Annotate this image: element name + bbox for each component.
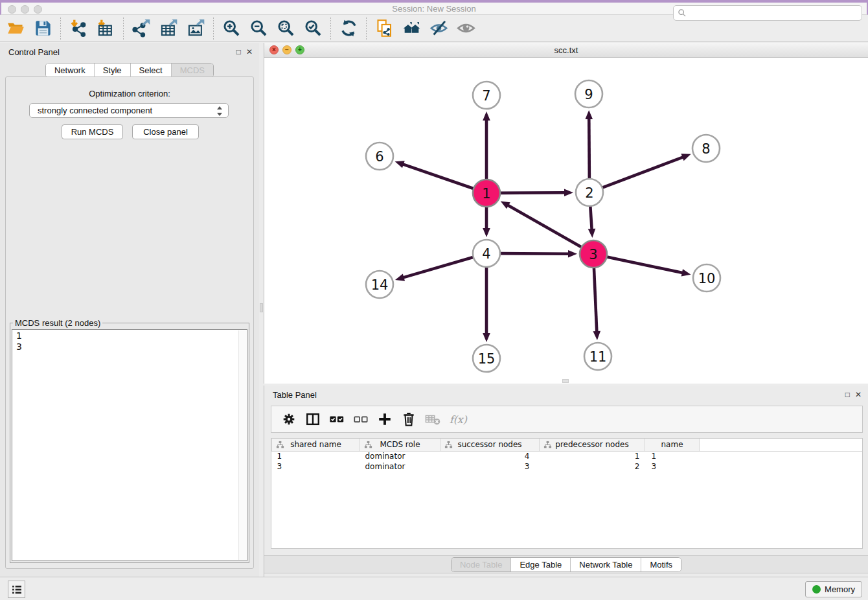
- graph-node-label-1: 1: [482, 186, 490, 202]
- graph-edge-arrow: [483, 111, 490, 121]
- float-panel-icon[interactable]: □: [236, 47, 241, 56]
- column-header-name[interactable]: name: [645, 439, 700, 451]
- zoom-selected-icon[interactable]: [300, 17, 326, 40]
- tab-network[interactable]: Network: [46, 63, 94, 77]
- tab-style[interactable]: Style: [94, 63, 130, 77]
- table-cell[interactable]: 1: [272, 451, 360, 461]
- task-history-button[interactable]: [8, 581, 25, 598]
- column-tree-icon: [364, 441, 372, 449]
- column-header-MCDS-role[interactable]: MCDS role: [360, 439, 440, 451]
- search-box[interactable]: [673, 5, 862, 21]
- tab-mcds[interactable]: MCDS: [171, 63, 213, 77]
- tab-node-table[interactable]: Node Table: [451, 558, 511, 571]
- close-panel-icon[interactable]: ✕: [246, 47, 253, 56]
- run-mcds-button[interactable]: Run MCDS: [62, 124, 123, 139]
- table-cell[interactable]: 1: [540, 451, 645, 461]
- tab-select[interactable]: Select: [130, 63, 171, 77]
- split-columns-icon[interactable]: [301, 408, 325, 430]
- graph-node-label-15: 15: [478, 351, 496, 367]
- refresh-layout-icon[interactable]: [336, 17, 361, 40]
- graph-edge-2-3[interactable]: [590, 205, 591, 230]
- graph-node-label-3: 3: [589, 247, 597, 262]
- toolbar-separator: [330, 17, 331, 40]
- graph-edge-arrow: [483, 228, 490, 237]
- tab-edge-table[interactable]: Edge Table: [510, 558, 570, 571]
- graph-edge-arrow: [568, 250, 577, 258]
- graph-edge-4-14[interactable]: [403, 257, 475, 277]
- graph-edge-4-3[interactable]: [499, 253, 569, 254]
- graph-node-label-8: 8: [702, 141, 710, 157]
- graph-edge-1-6[interactable]: [402, 164, 475, 189]
- table-cell[interactable]: dominator: [360, 451, 440, 461]
- settings-gear-icon[interactable]: [277, 408, 301, 430]
- table-cell[interactable]: 3: [272, 461, 360, 472]
- table-cell[interactable]: dominator: [360, 461, 440, 472]
- splitter-grip[interactable]: [260, 303, 263, 312]
- table-row[interactable]: 1dominator411: [272, 451, 863, 461]
- toolbar-separator: [60, 17, 61, 40]
- search-input[interactable]: [689, 8, 858, 18]
- table-cell[interactable]: 3: [645, 461, 700, 472]
- column-tree-icon: [543, 441, 552, 449]
- column-header-shared-name[interactable]: shared name: [272, 439, 360, 451]
- import-table-icon[interactable]: [93, 17, 119, 40]
- mcds-result-text[interactable]: 1 3: [12, 329, 247, 561]
- table-cell[interactable]: 4: [440, 451, 540, 461]
- open-file-icon[interactable]: [3, 17, 29, 40]
- table-row[interactable]: 3dominator323: [272, 461, 863, 472]
- tab-network-table[interactable]: Network Table: [570, 558, 641, 571]
- canvas-resize-grip[interactable]: [562, 379, 569, 383]
- column-tree-icon: [276, 441, 284, 449]
- delete-column-icon: [420, 408, 444, 430]
- show-graphics-icon[interactable]: [453, 17, 479, 40]
- graph-edge-2-9[interactable]: [589, 118, 589, 180]
- close-table-panel-icon[interactable]: ✕: [855, 390, 862, 399]
- graph-edge-3-10[interactable]: [606, 257, 683, 273]
- network-canvas[interactable]: 7968124314101511: [264, 58, 868, 384]
- graph-edge-arrow: [483, 333, 490, 342]
- select-spinner-icon: [216, 106, 223, 119]
- export-image-icon[interactable]: [183, 17, 209, 40]
- export-table-icon[interactable]: [155, 17, 181, 40]
- criterion-select[interactable]: strongly connected component: [29, 103, 229, 118]
- graph-edge-3-11[interactable]: [594, 266, 597, 332]
- graph-edge-1-2[interactable]: [499, 192, 565, 193]
- save-session-icon[interactable]: [30, 17, 56, 40]
- column-header-successor-nodes[interactable]: successor nodes: [440, 439, 540, 451]
- column-tree-icon: [444, 441, 453, 449]
- hide-graphics-icon[interactable]: [426, 17, 451, 40]
- copy-network-icon[interactable]: [371, 17, 397, 40]
- table-cell[interactable]: 2: [540, 461, 645, 472]
- panel-splitter[interactable]: [259, 43, 264, 577]
- zoom-out-icon[interactable]: [246, 17, 271, 40]
- graph-edge-2-8[interactable]: [601, 157, 684, 188]
- control-panel-title: Control Panel: [8, 47, 60, 57]
- home-view-icon[interactable]: [398, 17, 424, 40]
- close-panel-button[interactable]: Close panel: [132, 124, 199, 139]
- graph-node-label-6: 6: [375, 149, 383, 165]
- table-tabs: Node TableEdge TableNetwork TableMotifs: [451, 557, 681, 572]
- column-header-predecessor-nodes[interactable]: predecessor nodes: [540, 439, 645, 451]
- graph-edge-3-1[interactable]: [507, 205, 582, 248]
- add-row-icon[interactable]: [372, 408, 396, 430]
- zoom-in-icon[interactable]: [218, 17, 244, 40]
- result-scrollbar[interactable]: [238, 330, 246, 560]
- function-builder-icon: f(x): [444, 408, 468, 430]
- import-network-icon[interactable]: [65, 17, 91, 40]
- memory-button[interactable]: Memory: [805, 581, 862, 597]
- table-cell[interactable]: 3: [440, 461, 540, 472]
- deselect-all-icon[interactable]: [348, 408, 372, 430]
- select-all-icon[interactable]: [325, 408, 348, 430]
- delete-row-icon[interactable]: [396, 408, 420, 430]
- graph-node-label-4: 4: [482, 246, 490, 262]
- mcds-result-title: MCDS result (2 nodes): [13, 318, 102, 328]
- float-table-panel-icon[interactable]: □: [845, 390, 850, 399]
- control-panel-tabs: NetworkStyleSelectMCDS: [45, 63, 214, 78]
- network-title: scc.txt: [264, 45, 868, 55]
- tab-motifs[interactable]: Motifs: [641, 558, 681, 571]
- graph-edge-arrow: [564, 189, 573, 196]
- mcds-panel: Optimization criterion: strongly connect…: [5, 76, 254, 569]
- export-network-icon[interactable]: [128, 17, 154, 40]
- table-cell[interactable]: 1: [645, 451, 700, 461]
- zoom-fit-icon[interactable]: [273, 17, 299, 40]
